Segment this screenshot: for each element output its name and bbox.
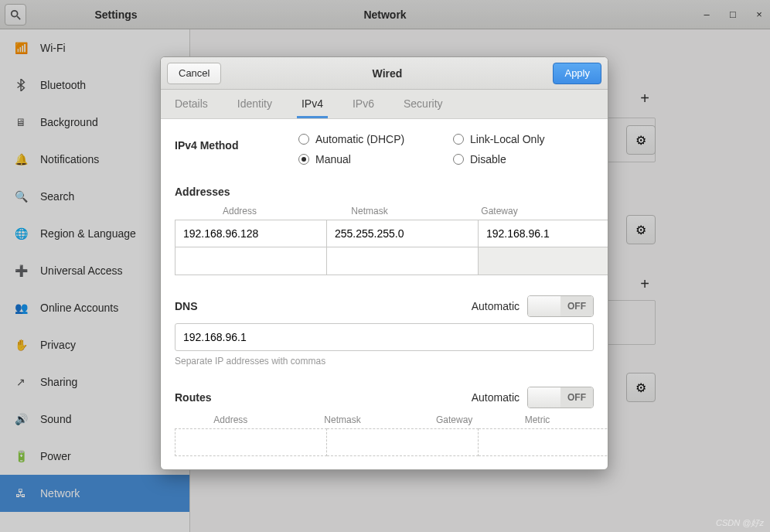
route-row: ✕ [175,428,594,456]
address-row: ✕ [175,247,594,275]
dns-hint: Separate IP addresses with commas [175,356,594,367]
col-netmask: Netmask [305,206,434,217]
dialog-header: Cancel Wired Apply [161,57,608,90]
ipv4-method-label: IPv4 Method [175,139,298,152]
dns-automatic-label: Automatic [472,300,520,312]
address-input[interactable] [175,247,327,275]
radio-label: Automatic (DHCP) [315,133,404,145]
gateway-input[interactable] [479,247,608,275]
radio-label: Disable [470,153,506,165]
tab-ipv6[interactable]: IPv6 [348,97,379,118]
tab-ipv4[interactable]: IPv4 [297,97,328,118]
dns-automatic-switch[interactable]: OFF [527,295,594,317]
col-gateway: Gateway [434,206,564,217]
address-row: ✕ [175,220,594,247]
radio-label: Link-Local Only [470,133,545,145]
dns-input[interactable] [175,323,594,351]
tab-identity[interactable]: Identity [233,97,277,118]
dns-title: DNS [175,300,198,312]
address-input[interactable] [175,220,327,247]
netmask-input[interactable] [327,220,479,247]
route-gateway-input[interactable] [479,428,608,456]
netmask-input[interactable] [327,247,479,275]
col-gateway: Gateway [398,414,510,425]
dialog-body: IPv4 Method Automatic (DHCP) Link-Local … [161,119,608,469]
dialog-title: Wired [373,67,403,80]
col-address: Address [175,414,287,425]
route-netmask-input[interactable] [327,428,479,456]
tab-details[interactable]: Details [170,97,213,118]
routes-automatic-label: Automatic [472,391,520,404]
radio-link-local[interactable]: Link-Local Only [453,133,608,145]
route-address-input[interactable] [175,428,327,456]
routes-title: Routes [175,391,211,404]
watermark: CSDN @好z [716,517,764,529]
radio-disable[interactable]: Disable [453,153,608,165]
gateway-input[interactable] [479,220,608,247]
routes-automatic-switch[interactable]: OFF [527,387,594,408]
switch-state: OFF [560,387,593,408]
radio-automatic-dhcp[interactable]: Automatic (DHCP) [298,133,453,145]
dialog-tabs: DetailsIdentityIPv4IPv6Security [161,90,608,119]
wired-settings-dialog: Cancel Wired Apply DetailsIdentityIPv4IP… [160,56,608,470]
col-address: Address [175,206,305,217]
radio-manual[interactable]: Manual [298,153,453,165]
addresses-title: Addresses [175,186,594,198]
tab-security[interactable]: Security [399,97,448,118]
col-netmask: Netmask [287,414,399,425]
radio-label: Manual [315,153,351,165]
switch-state: OFF [560,296,593,316]
cancel-button[interactable]: Cancel [167,63,221,84]
apply-button[interactable]: Apply [553,63,601,84]
col-metric: Metric [510,414,564,425]
